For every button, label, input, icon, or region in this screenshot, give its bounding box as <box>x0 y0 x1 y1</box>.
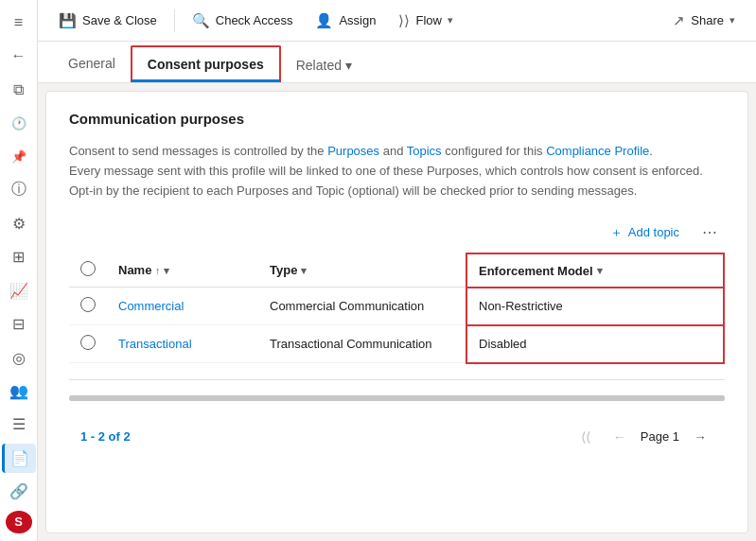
flow-button[interactable]: ⟩⟩ Flow ▾ <box>389 7 462 35</box>
share-icon: ↗ <box>673 12 685 29</box>
tab-navigation: General Consent purposes Related ▾ <box>38 42 756 83</box>
row1-name-cell: Commercial <box>107 288 258 325</box>
check-access-button[interactable]: 🔍 Check Access <box>183 7 303 35</box>
header-radio[interactable] <box>80 261 96 276</box>
line-chart-icon[interactable]: 📈 <box>2 276 36 305</box>
col-type-header[interactable]: Type ▾ <box>258 253 466 288</box>
related-dropdown-icon: ▾ <box>345 58 352 73</box>
table-row: Transactional Transactional Communicatio… <box>69 325 724 363</box>
assign-button[interactable]: 👤 Assign <box>306 7 385 35</box>
gear-icon[interactable]: ⚙ <box>2 209 36 238</box>
sidebar: ≡ ← ⧉ 🕐 📌 ⓘ ⚙ ⊞ 📈 ⊟ ◎ 👥 ☰ 📄 🔗 S <box>0 0 38 541</box>
clock-icon[interactable]: 🕐 <box>2 108 36 137</box>
row2-name-cell: Transactional <box>107 325 258 363</box>
info-icon[interactable]: ⓘ <box>2 175 36 204</box>
add-topic-bar: ＋ Add topic ⋯ <box>69 219 725 245</box>
first-page-button[interactable]: ⟨⟨ <box>572 424 599 450</box>
circle-icon[interactable]: ◎ <box>2 342 36 372</box>
check-access-icon: 🔍 <box>192 12 210 29</box>
row1-name-link[interactable]: Commercial <box>118 299 184 313</box>
document-icon[interactable]: 📄 <box>2 444 36 473</box>
row1-type-cell: Commercial Communication <box>258 288 466 325</box>
toolbar: 💾 Save & Close 🔍 Check Access 👤 Assign ⟩… <box>38 0 756 42</box>
row2-radio-cell <box>69 325 107 363</box>
save-close-button[interactable]: 💾 Save & Close <box>49 7 167 35</box>
col-radio-header <box>69 253 107 288</box>
content-area: Communication purposes Consent to send m… <box>45 91 748 533</box>
purposes-link[interactable]: Purposes <box>327 144 379 158</box>
prev-page-button[interactable]: ← <box>607 424 633 450</box>
topics-link[interactable]: Topics <box>407 144 442 158</box>
col-name-header[interactable]: Name ↑ ▾ <box>107 253 258 288</box>
pagination: 1 - 2 of 2 ⟨⟨ ← Page 1 → <box>69 412 725 450</box>
assign-icon: 👤 <box>315 12 333 29</box>
share-button[interactable]: ↗ Share ▾ <box>663 7 745 35</box>
list-icon[interactable]: ☰ <box>2 410 36 439</box>
enforcement-dropdown-icon: ▾ <box>597 265 603 277</box>
table-bottom-rule <box>69 379 725 380</box>
tab-related[interactable]: Related ▾ <box>281 48 367 82</box>
user-avatar[interactable]: S <box>6 511 32 533</box>
hamburger-icon[interactable]: ≡ <box>2 8 36 37</box>
tab-general[interactable]: General <box>53 46 131 82</box>
table-row: Commercial Commercial Communication Non-… <box>69 288 724 325</box>
tab-consent-purposes[interactable]: Consent purposes <box>131 45 281 82</box>
link-icon[interactable]: 🔗 <box>2 477 36 506</box>
data-table: Name ↑ ▾ Type ▾ Enforcement Model ▾ <box>69 253 725 364</box>
restore-icon[interactable]: ⧉ <box>2 75 36 104</box>
pagination-controls: ⟨⟨ ← Page 1 → <box>572 424 713 450</box>
add-topic-button[interactable]: ＋ Add topic <box>603 220 687 245</box>
chart-icon[interactable]: ⊞ <box>2 242 36 271</box>
col-enforcement-header[interactable]: Enforcement Model ▾ <box>466 253 724 288</box>
flow-icon: ⟩⟩ <box>398 12 410 29</box>
main-content: 💾 Save & Close 🔍 Check Access 👤 Assign ⟩… <box>38 0 756 541</box>
people-icon[interactable]: 👥 <box>2 376 36 406</box>
section-title: Communication purposes <box>69 111 725 127</box>
pagination-range: 1 - 2 of 2 <box>80 429 131 444</box>
save-icon: 💾 <box>59 12 77 29</box>
row2-radio[interactable] <box>80 335 96 350</box>
plus-icon: ＋ <box>610 224 623 241</box>
row1-radio-cell <box>69 288 107 325</box>
pin-icon[interactable]: 📌 <box>2 142 36 171</box>
row2-type-cell: Transactional Communication <box>258 325 466 363</box>
type-dropdown-icon: ▾ <box>301 265 307 276</box>
row1-radio[interactable] <box>80 297 96 312</box>
row1-enforcement-cell: Non-Restrictive <box>466 288 724 325</box>
next-page-button[interactable]: → <box>687 424 713 450</box>
row2-enforcement-cell: Disabled <box>466 325 724 363</box>
share-dropdown-icon: ▾ <box>730 14 735 26</box>
compliance-profile-link[interactable]: Compliance Profile <box>546 144 649 158</box>
pagination-count: 1 - 2 of 2 <box>80 429 131 444</box>
grid-icon[interactable]: ⊟ <box>2 309 36 339</box>
row2-name-link[interactable]: Transactional <box>118 337 192 351</box>
back-icon[interactable]: ← <box>2 41 36 70</box>
more-options-button[interactable]: ⋯ <box>694 219 725 245</box>
flow-dropdown-icon: ▾ <box>448 14 453 26</box>
name-sort-icon: ↑ ▾ <box>155 265 169 276</box>
page-label: Page 1 <box>641 429 679 444</box>
info-text: Consent to send messages is controlled b… <box>69 142 725 201</box>
separator-1 <box>174 9 175 32</box>
